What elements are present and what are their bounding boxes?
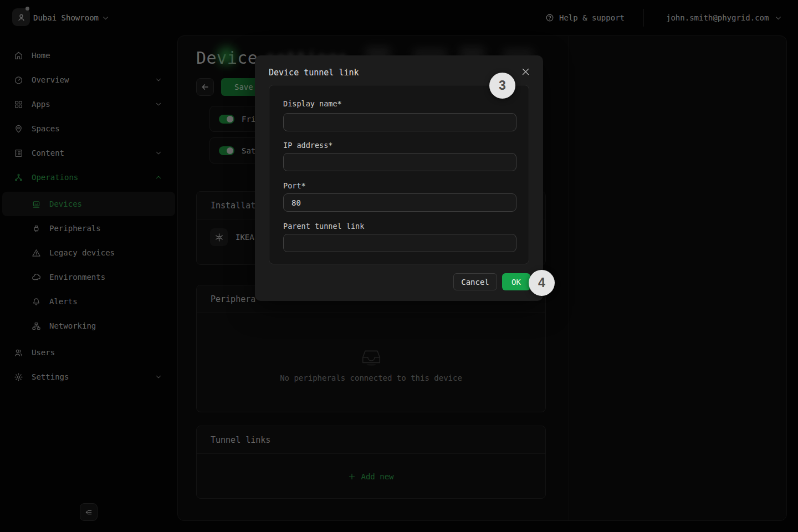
annotation-step-4: 4: [529, 270, 555, 296]
close-icon: [521, 67, 530, 76]
port-label: Port*: [283, 181, 306, 190]
parent-tunnel-link-input[interactable]: [283, 234, 516, 252]
close-button[interactable]: [520, 66, 531, 77]
port-input[interactable]: [283, 193, 516, 212]
display-name-input[interactable]: [283, 113, 516, 131]
annotation-step-3: 3: [489, 73, 515, 99]
cancel-button[interactable]: Cancel: [453, 273, 497, 290]
app-screen: Dubai Showroom Help & support john.smith…: [0, 0, 798, 532]
ip-address-label: IP address*: [283, 141, 332, 150]
parent-tunnel-link-label: Parent tunnel link: [283, 222, 364, 231]
modal-title: Device tunnel link: [269, 68, 359, 78]
ip-address-input[interactable]: [283, 153, 516, 171]
modal-form-panel: Display name* IP address* Port* Parent t…: [269, 85, 529, 264]
ok-button[interactable]: OK: [502, 273, 530, 290]
display-name-label: Display name*: [283, 99, 342, 108]
